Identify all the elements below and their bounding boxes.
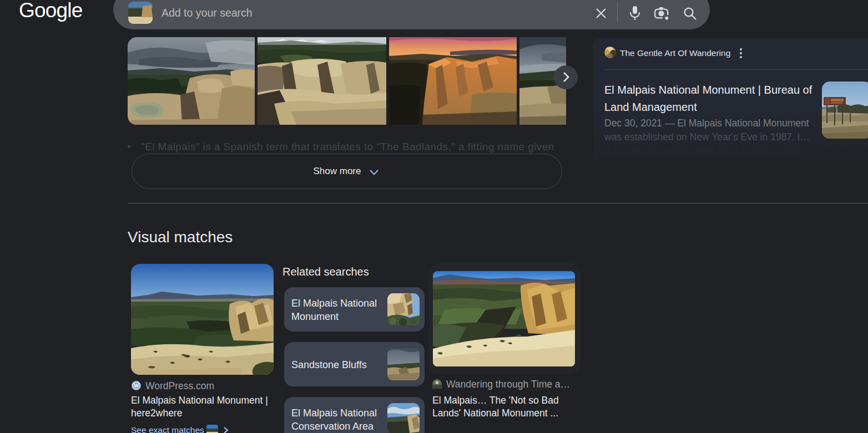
svg-text:W: W (133, 383, 139, 389)
